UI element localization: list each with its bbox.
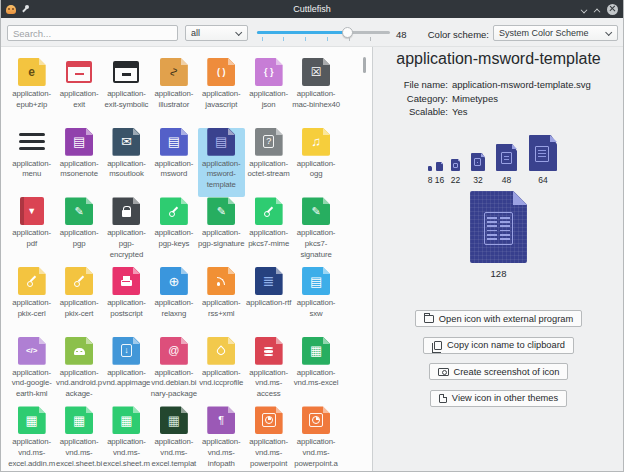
camera-action-button[interactable]: Create screenshot of icon — [429, 363, 569, 380]
application-postscript-icon — [112, 267, 140, 295]
icon-grid: eapplication-epub+zipapplication-exitapp… — [8, 58, 340, 472]
icon-grid-item[interactable]: { }application-json — [245, 58, 292, 128]
detail-value: Mimetypes — [452, 92, 498, 106]
icon-grid-item[interactable]: ▦application-vnd.ms-excel.templat — [150, 406, 197, 472]
icon-grid-item[interactable]: application-pkix-cert — [55, 267, 102, 337]
maximize-button[interactable] — [594, 6, 600, 12]
application-vnd.ms-powerpoint.a-icon — [302, 406, 330, 434]
close-button[interactable] — [607, 4, 618, 15]
size-label-16: 16 — [432, 175, 448, 185]
icon-grid-item[interactable]: application-exit — [55, 58, 102, 128]
icon-grid-item[interactable]: ¶application-vnd.ms-infopath — [198, 406, 245, 472]
button-label: Open icon with external program — [439, 314, 573, 324]
detail-value: application-msword-template.svg — [452, 78, 591, 92]
icon-label-line: pkcs7-mime — [248, 239, 289, 250]
icon-label-line: application- — [107, 298, 146, 309]
minimize-button[interactable] — [581, 6, 587, 12]
application-msword-template-icon: ▤ — [207, 128, 235, 156]
icon-label-line: vnd.ms- — [18, 448, 45, 459]
application-relaxng-icon: ⊕ — [160, 267, 188, 295]
icon-grid-item[interactable]: ▦application-vnd.ms-excel.sheet.m — [103, 406, 150, 472]
icon-grid-item[interactable]: eapplication-epub+zip — [8, 58, 55, 128]
application-vnd.debian.binary-package-icon: @ — [160, 337, 188, 365]
icon-label-line: application- — [12, 437, 51, 448]
icon-grid-item[interactable]: ↓application-vnd.appimage — [103, 337, 150, 407]
icon-grid-item[interactable]: ✉application-msoutlook — [103, 128, 150, 198]
icon-label-line: rss+xml — [208, 309, 234, 320]
icon-grid-item[interactable]: @application-vnd.debian.binary-package — [150, 337, 197, 407]
size-label-48: 48 — [499, 175, 515, 185]
icon-label-line: application- — [60, 159, 99, 170]
application-rss+xml-icon — [207, 267, 235, 295]
icon-preview-32 — [471, 153, 485, 171]
icon-grid-item[interactable]: ( )application-javascript — [198, 58, 245, 128]
icon-label-line: application- — [60, 89, 99, 100]
icon-grid-item[interactable]: ✎application-pgp — [55, 197, 102, 267]
icon-grid-item[interactable]: ▦application-vnd.ms-excel.addin.m — [8, 406, 55, 472]
icon-label-line: msoutlook — [109, 169, 144, 180]
icon-grid-item[interactable]: ▤application-msword-template — [198, 128, 245, 198]
icon-grid-item[interactable]: ⊕application-relaxng — [150, 267, 197, 337]
icon-grid-item[interactable]: application-vnd.ms-access — [245, 337, 292, 407]
detail-label: Category: — [373, 92, 448, 106]
icon-grid-item[interactable]: </>application-vnd-google-earth-kml — [8, 337, 55, 407]
icon-size-slider[interactable] — [257, 25, 390, 45]
icon-grid-item[interactable]: ✎application-pgp-signature — [198, 197, 245, 267]
icon-grid-item[interactable]: ☒application-mac-binhex40 — [292, 58, 339, 128]
icon-label-line: application- — [297, 159, 336, 170]
icon-grid-item[interactable]: application-postscript — [103, 267, 150, 337]
icon-grid-item[interactable]: ▦application-vnd.ms-excel.sheet.bi — [55, 406, 102, 472]
icon-grid-item[interactable]: ?application-octet-stream — [245, 128, 292, 198]
icon-grid-item[interactable]: ▤application-msonenote — [55, 128, 102, 198]
icon-grid-item[interactable]: application-pgp-encrypted — [103, 197, 150, 267]
icon-label-line: application- — [155, 437, 194, 448]
icon-label-line: vnd.appimage — [103, 378, 151, 389]
icon-grid-item[interactable]: ▤application-sxw — [292, 267, 339, 337]
icon-grid-item[interactable]: application-pgp-keys — [150, 197, 197, 267]
scrollbar-thumb[interactable] — [363, 57, 366, 73]
icon-grid-item[interactable]: ▦application-vnd.ms-excel — [292, 337, 339, 407]
icon-label-line: application- — [12, 368, 51, 379]
icon-label-line: mac-binhex40 — [292, 100, 340, 111]
icon-grid-item[interactable]: ✎application-pkcs7-signature — [292, 197, 339, 267]
search-input[interactable] — [7, 25, 178, 41]
icon-grid-item[interactable]: application-vnd.android.package- — [55, 337, 102, 407]
icon-grid-item[interactable]: application-vnd.ms-powerpoint.a — [292, 406, 339, 472]
button-label: View icon in other themes — [452, 393, 558, 403]
color-scheme-combobox[interactable]: System Color Scheme — [493, 25, 618, 41]
slider-handle[interactable] — [342, 27, 353, 38]
icon-grid-item[interactable]: application-rss+xml — [198, 267, 245, 337]
application-exit-symbolic-icon — [112, 58, 140, 86]
application-vnd.appimage-icon: ↓ — [112, 337, 140, 365]
icon-label-line: vnd.ms- — [113, 448, 140, 459]
icon-grid-item[interactable]: application-pkcs7-mime — [245, 197, 292, 267]
icon-label-line: vnd.debian.bi — [151, 378, 196, 389]
icon-grid-item[interactable]: ∿application-illustrator — [150, 58, 197, 128]
icon-label-line: earth-kml — [16, 389, 48, 400]
icon-grid-item[interactable]: application-exit-symbolic — [103, 58, 150, 128]
icon-grid-item[interactable]: ♫application-ogg — [292, 128, 339, 198]
folder-action-button[interactable]: Open icon with external program — [415, 310, 582, 327]
icon-label-line: signature — [300, 250, 331, 261]
application-rtf-icon: ≣ — [255, 267, 283, 295]
icon-label-line: application- — [60, 298, 99, 309]
icon-grid-item[interactable]: ▤application-msword — [150, 128, 197, 198]
icon-grid-item[interactable]: application-vnd.iccprofile — [198, 337, 245, 407]
icon-grid-item[interactable]: application-pkix-cerl — [8, 267, 55, 337]
copy-action-button[interactable]: Copy icon name to clipboard — [423, 337, 574, 354]
page-action-button[interactable]: View icon in other themes — [430, 390, 567, 407]
icon-label-line: application- — [107, 159, 146, 170]
icon-grid-item[interactable]: application-vnd.ms-powerpoint — [245, 406, 292, 472]
icon-grid-item[interactable]: ▼application-pdf — [8, 197, 55, 267]
icon-label-line: application- — [60, 368, 99, 379]
icon-preview-128 — [470, 191, 527, 263]
icon-label-line: application- — [155, 298, 194, 309]
size-label-32: 32 — [470, 175, 486, 185]
icon-grid-item[interactable]: ≣application-rtf — [245, 267, 292, 337]
icon-label-line: application- — [60, 437, 99, 448]
icon-label-line: ackage- — [66, 389, 93, 400]
application-exit-icon — [65, 58, 93, 86]
icon-grid-item[interactable]: application-menu — [8, 128, 55, 198]
icon-label-line: vnd.ms-excel — [294, 378, 339, 389]
category-filter-combobox[interactable]: all — [185, 25, 248, 41]
